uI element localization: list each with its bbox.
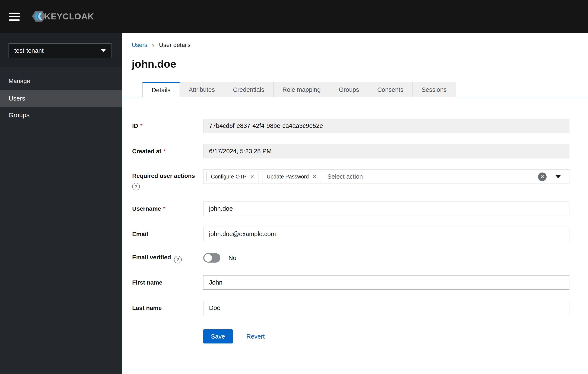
field-label-username: Username* [132, 205, 203, 212]
page-header: Users › User details john.doe [122, 33, 588, 70]
chip-configure-otp: Configure OTP ✕ [207, 171, 259, 182]
keycloak-logo-icon [32, 9, 46, 24]
tab-consents[interactable]: Consents [368, 82, 413, 97]
help-icon[interactable]: ? [132, 183, 140, 190]
tab-details[interactable]: Details [142, 82, 180, 97]
form-row-created-at: Created at* [132, 144, 588, 158]
nav-section-manage: Manage [9, 78, 122, 84]
realm-selector[interactable]: test-tenant [9, 43, 111, 58]
sidebar-item-label: Groups [9, 111, 30, 119]
brand: KEYCLOAK [32, 9, 94, 24]
email-verified-state: No [229, 254, 236, 261]
required-user-actions-select[interactable]: Configure OTP ✕ Update Password ✕ Select… [203, 169, 569, 184]
field-label-required-user-actions: Required user actions ? [132, 169, 203, 190]
form-row-last-name: Last name [132, 301, 588, 315]
form-row-required-user-actions: Required user actions ? Configure OTP ✕ … [132, 169, 588, 190]
first-name-field[interactable] [203, 275, 569, 290]
tab-sessions[interactable]: Sessions [412, 82, 456, 97]
form-row-username: Username* [132, 201, 588, 216]
chip-update-password: Update Password ✕ [262, 171, 321, 182]
field-label-email: Email [132, 231, 203, 238]
tab-bar: Details Attributes Credentials Role mapp… [142, 82, 588, 97]
breadcrumb-link-users[interactable]: Users [132, 42, 147, 48]
required-asterisk: * [163, 205, 166, 212]
tab-groups[interactable]: Groups [330, 82, 368, 97]
sidebar: test-tenant Manage Users Groups [0, 33, 122, 374]
tab-attributes[interactable]: Attributes [180, 82, 224, 97]
caret-down-icon [101, 49, 106, 52]
last-name-field[interactable] [203, 301, 569, 315]
revert-button[interactable]: Revert [246, 333, 264, 340]
sidebar-item-groups[interactable]: Groups [0, 107, 122, 123]
brand-text: KEYCLOAK [44, 12, 94, 21]
realm-selector-area: test-tenant [0, 33, 122, 67]
tab-role-mapping[interactable]: Role mapping [273, 82, 330, 97]
form-row-first-name: First name [132, 275, 588, 290]
tab-credentials[interactable]: Credentials [224, 82, 273, 97]
page-title: john.doe [132, 58, 588, 70]
email-field[interactable] [203, 227, 569, 241]
form-actions: Save Revert [203, 329, 588, 356]
realm-selector-value: test-tenant [14, 47, 43, 54]
field-label-first-name: First name [132, 279, 203, 286]
form-row-email: Email [132, 227, 588, 241]
field-label-email-verified: Email verified? [132, 252, 203, 263]
help-icon[interactable]: ? [174, 256, 182, 263]
select-placeholder: Select action [327, 173, 363, 180]
field-label-last-name: Last name [132, 305, 203, 312]
required-asterisk: * [164, 148, 166, 155]
breadcrumb-current: User details [159, 42, 191, 48]
email-verified-toggle[interactable] [203, 253, 220, 263]
form-row-email-verified: Email verified? No [132, 252, 588, 263]
field-label-id: ID* [132, 123, 203, 129]
chip-close-icon[interactable]: ✕ [250, 174, 254, 179]
form-row-id: ID* [132, 119, 588, 133]
toggle-knob [204, 254, 212, 262]
caret-down-icon[interactable] [556, 175, 561, 178]
sidebar-item-users[interactable]: Users [0, 90, 122, 107]
save-button[interactable]: Save [203, 329, 233, 343]
details-panel: ID* Created at* Required user actions ? … [122, 97, 588, 374]
required-asterisk: * [140, 123, 143, 129]
created-at-field[interactable] [203, 144, 569, 158]
breadcrumb: Users › User details [132, 42, 588, 48]
select-controls: ✕ [538, 173, 569, 181]
id-field[interactable] [203, 119, 569, 133]
chip-close-icon[interactable]: ✕ [312, 174, 316, 179]
menu-icon[interactable] [9, 10, 20, 23]
sidebar-item-label: Users [9, 95, 25, 102]
topbar: KEYCLOAK [0, 0, 588, 33]
breadcrumb-separator-icon: › [152, 42, 154, 48]
username-field[interactable] [203, 201, 569, 216]
clear-all-icon[interactable]: ✕ [538, 173, 546, 181]
field-label-created-at: Created at* [132, 148, 203, 155]
main-content: Users › User details john.doe Details At… [122, 33, 588, 374]
